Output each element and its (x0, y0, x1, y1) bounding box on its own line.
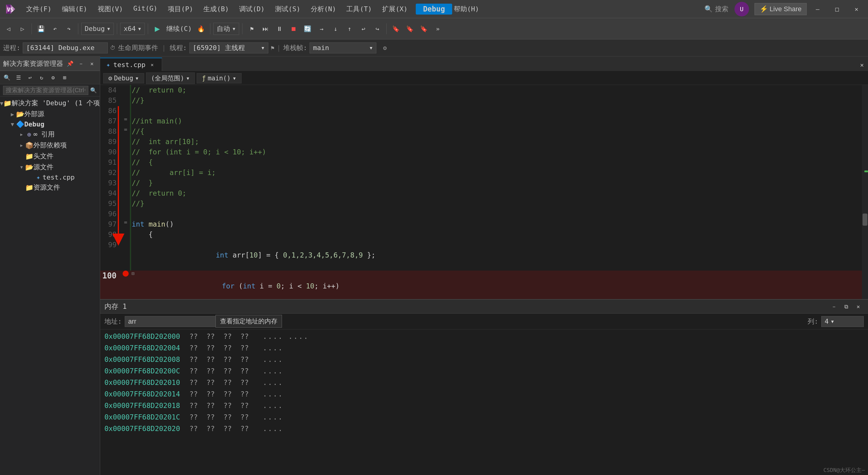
toolbar-stop[interactable]: ⏹ (287, 23, 300, 35)
stack-dropdown[interactable]: main ▾ (310, 42, 376, 53)
menu-debug[interactable]: 调试(D) (234, 3, 270, 15)
toolbar-bookmark3[interactable]: 🔖 (417, 23, 430, 35)
menu-git[interactable]: Git(G) (128, 3, 162, 15)
se-close-btn[interactable]: ✕ (87, 59, 97, 68)
menu-file[interactable]: 文件(F) (21, 3, 57, 15)
breadcrumb-scope[interactable]: (全局范围) ▾ (146, 72, 195, 84)
memory-addr-input[interactable] (125, 316, 216, 327)
chevron-down-icon3: ▾ (232, 25, 236, 32)
tree-references[interactable]: ▶ ⊕ ∞ 引用 (0, 129, 100, 140)
se-tb2[interactable]: ☰ (13, 72, 24, 83)
continue-button[interactable]: ▶ (151, 23, 163, 35)
tree-ext-deps[interactable]: ▶ 📦 外部依赖项 (0, 140, 100, 151)
se-minimize-btn[interactable]: － (76, 59, 86, 68)
menu-build[interactable]: 生成(B) (198, 3, 234, 15)
toolbar-redo[interactable]: ↷ (63, 23, 75, 35)
breadcrumb-func-icon: ƒ (202, 74, 206, 82)
platform-dropdown[interactable]: x64 ▾ (120, 23, 145, 35)
mem-bytes-5: ?? ?? ?? ?? (189, 390, 254, 398)
menu-help[interactable]: 帮助(H) (449, 3, 484, 15)
stack-more-btn[interactable]: ⚙ (379, 42, 391, 54)
function-indicator (130, 85, 131, 299)
thread-dropdown[interactable]: [65920] 主线程 ▾ (189, 42, 268, 53)
toolbar-flag[interactable]: ⚑ (246, 23, 258, 35)
process-dropdown[interactable]: [63144] Debug.exe (23, 42, 108, 53)
tree-solution-root[interactable]: ▼ 📁 解决方案 'Debug' (1 个项目，共 (0, 98, 100, 108)
toolbar-return[interactable]: ↩ (357, 23, 369, 35)
toolbar-bookmark2[interactable]: 🔖 (404, 23, 416, 35)
code-line-84: 84 // return 0; (100, 85, 868, 95)
memory-minimize-btn[interactable]: － (829, 301, 839, 312)
toolbar-undo[interactable]: ↶ (49, 23, 61, 35)
debug-config-dropdown[interactable]: Debug ▾ (81, 23, 114, 35)
chevron-bc1: ▾ (135, 74, 139, 82)
tree-source-files[interactable]: ▼ 📂 源文件 (0, 162, 100, 172)
breadcrumb-function[interactable]: ƒ main() ▾ (197, 73, 241, 84)
toolbar-step-out[interactable]: ↑ (343, 23, 355, 35)
menu-view[interactable]: 视图(V) (93, 3, 128, 15)
toolbar-step-in[interactable]: ↓ (329, 23, 341, 35)
search-icon: 🔍 (90, 87, 97, 93)
se-search-bar: 🔍 (0, 84, 100, 96)
menu-extensions[interactable]: 扩展(X) (377, 3, 412, 15)
toolbar-pause[interactable]: ⏸ (274, 23, 286, 35)
menu-project[interactable]: 项目(P) (163, 3, 198, 15)
menu-analyze[interactable]: 分析(N) (306, 3, 341, 15)
tab-test-cpp[interactable]: ✦ test.cpp ✕ (100, 58, 162, 71)
code-area: ✦ test.cpp ✕ ✕ ⚙ Debug ▾ (全局范围) ▾ (100, 56, 868, 299)
toolbar-more[interactable]: » (432, 23, 444, 35)
memory-close-btn[interactable]: ✕ (853, 301, 864, 312)
tree-header-files[interactable]: ▶ 📁 头文件 (0, 151, 100, 162)
se-search-input[interactable] (3, 86, 88, 95)
memory-float-btn[interactable]: ⧉ (841, 301, 851, 312)
tree-resource-files[interactable]: ▶ 📁 资源文件 (0, 182, 100, 193)
tree-debug-project[interactable]: ▼ 🔷 Debug (0, 120, 100, 129)
mem-row-6: 0x00007FF68D202018 ?? ?? ?? ?? .... (100, 400, 868, 411)
toolbar-forward[interactable]: ▷ (17, 23, 29, 35)
toolbar-step-next[interactable]: → (315, 23, 328, 35)
minimize-button[interactable]: — (809, 3, 826, 15)
se-tb5[interactable]: ⚙ (48, 72, 58, 83)
maximize-button[interactable]: □ (829, 3, 845, 15)
mem-bytes-4: ?? ?? ?? ?? (189, 379, 254, 386)
mem-bytes-1: ?? ?? ?? ?? (189, 344, 254, 352)
code-editor[interactable]: 84 // return 0; 85 //} 86 (100, 85, 868, 299)
se-tb1[interactable]: 🔍 (2, 72, 12, 83)
mem-chars-0: .... .... (263, 332, 309, 340)
continue-label: 继续(C) (166, 24, 192, 33)
se-tb6[interactable]: ⊞ (60, 72, 70, 83)
mem-row-0: 0x00007FF68D202000 ?? ?? ?? ?? .... .... (100, 330, 868, 342)
toolbar-back[interactable]: ◁ (2, 23, 14, 35)
tree-test-cpp[interactable]: ▶ ✦ test.cpp (0, 172, 100, 182)
mem-bytes-6: ?? ?? ?? ?? (189, 402, 254, 410)
menu-edit[interactable]: 编辑(E) (57, 3, 92, 15)
editor-scrollbar-thumb[interactable] (863, 214, 867, 226)
breadcrumb-config[interactable]: ⚙ Debug ▾ (103, 73, 144, 84)
close-button[interactable]: ✕ (848, 3, 865, 15)
col-dropdown[interactable]: 4 ▾ (821, 316, 864, 327)
toolbar-step-over[interactable]: ⏭ (259, 23, 272, 35)
se-tb3[interactable]: ↩ (25, 72, 35, 83)
tree-external-sources[interactable]: ▶ 📂 外部源 (0, 108, 100, 120)
menu-tools[interactable]: 工具(T) (341, 3, 377, 15)
toolbar-run-cursor[interactable]: ↪ (371, 23, 383, 35)
hot-reload-button[interactable]: 🔥 (195, 23, 207, 35)
se-tb4[interactable]: ↻ (36, 72, 47, 83)
mem-chars-3: .... (263, 367, 283, 375)
auto-dropdown[interactable]: 自动 ▾ (213, 23, 239, 35)
tab-bar: ✦ test.cpp ✕ ✕ (100, 56, 868, 71)
sep-icon: | (162, 44, 166, 52)
toolbar-bookmark1[interactable]: 🔖 (390, 23, 402, 35)
editor-scrollbar[interactable] (862, 85, 868, 299)
close-editor-btn[interactable]: ✕ (856, 59, 868, 71)
breadcrumb-bar: ⚙ Debug ▾ (全局范围) ▾ ƒ main() ▾ (100, 71, 868, 85)
toolbar-restart[interactable]: 🔄 (301, 23, 313, 35)
se-pin-btn[interactable]: 📌 (65, 59, 75, 68)
tab-close-btn[interactable]: ✕ (148, 61, 156, 68)
menu-test[interactable]: 测试(S) (270, 3, 305, 15)
mem-addr-0: 0x00007FF68D202000 (104, 332, 183, 340)
live-share-button[interactable]: ⚡ Live Share (754, 3, 807, 15)
memory-controls: 地址: 查看指定地址的内存 列: 4 ▾ (100, 314, 868, 329)
collapse-100[interactable]: ⊟ (131, 271, 134, 276)
toolbar-save[interactable]: 💾 (35, 23, 47, 35)
